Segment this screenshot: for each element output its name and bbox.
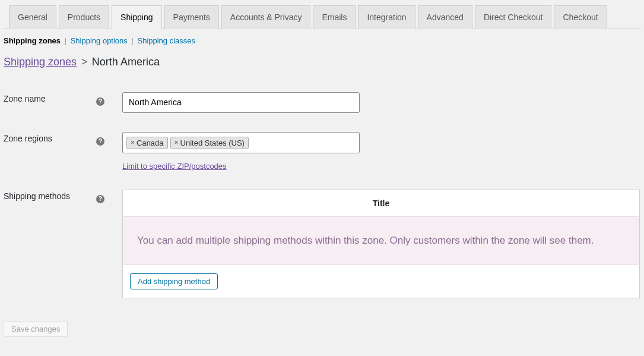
tab-advanced[interactable]: Advanced xyxy=(418,5,472,29)
tab-shipping[interactable]: Shipping xyxy=(112,5,162,29)
methods-table-header-title: Title xyxy=(123,190,640,217)
zone-name-input[interactable] xyxy=(122,92,360,113)
tab-emails[interactable]: Emails xyxy=(313,5,356,29)
subnav-shipping-zones[interactable]: Shipping zones xyxy=(4,36,61,45)
help-icon[interactable]: ? xyxy=(96,97,104,106)
tab-accounts-privacy[interactable]: Accounts & Privacy xyxy=(221,5,311,29)
region-chip: ×United States (US) xyxy=(170,137,249,149)
limit-postcodes-link[interactable]: Limit to specific ZIP/postcodes xyxy=(122,162,640,171)
help-icon[interactable]: ? xyxy=(96,195,104,203)
subnav-shipping-options[interactable]: Shipping options xyxy=(71,36,128,45)
zone-regions-label: Zone regions ? xyxy=(4,125,122,182)
region-chip: ×Canada xyxy=(126,137,168,149)
help-icon[interactable]: ? xyxy=(96,137,104,146)
breadcrumb-root[interactable]: Shipping zones xyxy=(4,56,77,68)
add-shipping-method-button[interactable]: Add shipping method xyxy=(130,273,218,289)
zone-regions-input[interactable]: ×Canada ×United States (US) xyxy=(122,132,360,153)
tab-products[interactable]: Products xyxy=(59,5,109,29)
tab-checkout[interactable]: Checkout xyxy=(554,5,607,29)
shipping-methods-table: Title You can add multiple shipping meth… xyxy=(122,190,640,298)
remove-chip-icon[interactable]: × xyxy=(131,138,135,147)
breadcrumb-current: North America xyxy=(92,56,160,68)
tab-general[interactable]: General xyxy=(9,5,56,29)
tab-integration[interactable]: Integration xyxy=(358,5,415,29)
remove-chip-icon[interactable]: × xyxy=(175,138,179,147)
shipping-methods-label: Shipping methods ? xyxy=(4,182,122,310)
tab-payments[interactable]: Payments xyxy=(164,5,219,29)
shipping-subnav: Shipping zones | Shipping options | Ship… xyxy=(4,35,640,56)
methods-placeholder: You can add multiple shipping methods wi… xyxy=(123,217,640,265)
subnav-shipping-classes[interactable]: Shipping classes xyxy=(137,36,195,45)
settings-tabs: General Products Shipping Payments Accou… xyxy=(4,0,640,29)
tab-direct-checkout[interactable]: Direct Checkout xyxy=(475,5,552,29)
save-changes-button[interactable]: Save changes xyxy=(4,321,68,337)
zone-name-label: Zone name ? xyxy=(4,85,122,125)
breadcrumb: Shipping zones > North America xyxy=(4,56,640,68)
